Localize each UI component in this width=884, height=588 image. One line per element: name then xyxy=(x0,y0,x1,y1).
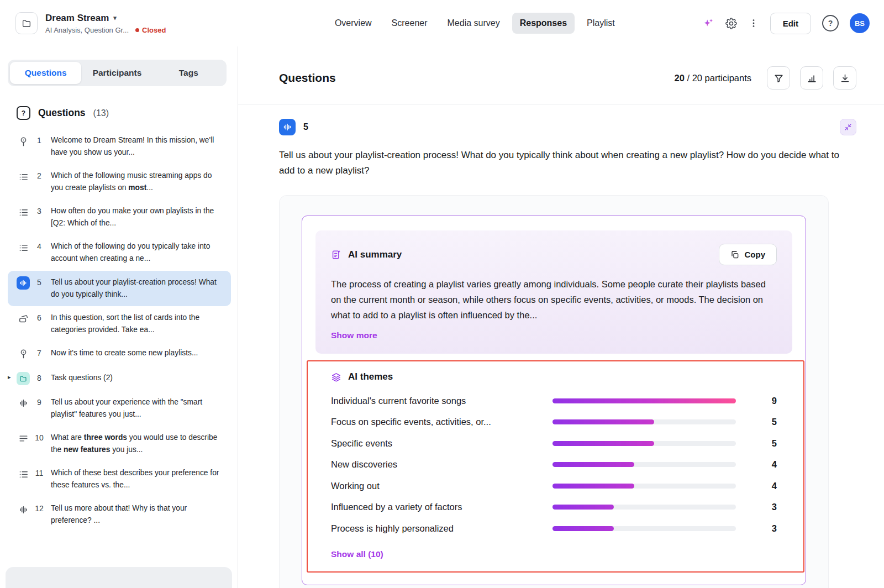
ai-summary-text: The process of creating a playlist varie… xyxy=(331,276,773,323)
question-number: 5 xyxy=(30,278,49,287)
theme-row: Individual's current favorite songs 9 xyxy=(331,390,777,412)
ai-sparkle-button[interactable] xyxy=(702,17,714,29)
question-text: Welcome to Dream Stream! In this mission… xyxy=(49,134,224,159)
nav-item-overview[interactable]: Overview xyxy=(327,13,380,34)
theme-row: Process is highly personalized 3 xyxy=(331,518,777,539)
list-icon xyxy=(17,206,30,219)
theme-row: Working out 4 xyxy=(331,475,777,497)
sparkle-icon xyxy=(702,17,714,29)
nav-item-media-survey[interactable]: Media survey xyxy=(440,13,508,34)
pin-icon xyxy=(17,348,30,361)
question-number: 11 xyxy=(30,469,49,477)
sidebar-tab-group: Questions Participants Tags xyxy=(8,60,227,86)
question-list-item-8-group[interactable]: ▸ 8 Task questions (2) xyxy=(8,366,231,391)
ai-themes-title: AI themes xyxy=(348,371,393,382)
expand-chevron-icon[interactable]: ▸ xyxy=(8,374,11,381)
questions-section-header: ? Questions (13) xyxy=(17,106,238,120)
question-number: 4 xyxy=(30,242,49,251)
download-button[interactable] xyxy=(833,66,856,90)
waveform-icon xyxy=(17,276,30,290)
waveform-icon xyxy=(17,503,30,516)
theme-row: New discoveries 4 xyxy=(331,454,777,476)
theme-bar-track xyxy=(552,419,736,424)
question-text: Which of the following do you typically … xyxy=(49,240,224,265)
question-list-item-2[interactable]: 2 Which of the following music streaming… xyxy=(8,164,231,200)
project-meta: Dream Stream ▾ AI Analysis, Question Gr.… xyxy=(45,13,166,34)
theme-row: Influenced by a variety of factors 3 xyxy=(331,497,777,518)
question-list-item-6[interactable]: 6 In this question, sort the list of car… xyxy=(8,306,231,342)
theme-bar-track xyxy=(552,526,736,531)
question-number: 7 xyxy=(30,349,49,358)
question-number: 8 xyxy=(30,374,49,382)
pin-icon xyxy=(17,135,30,148)
question-detail-text: Tell us about your playlist-creation pro… xyxy=(279,148,854,179)
question-list-item-1[interactable]: 1 Welcome to Dream Stream! In this missi… xyxy=(8,129,231,164)
question-list-item-12[interactable]: 12 Tell us more about that! Why is that … xyxy=(8,497,231,532)
settings-button[interactable] xyxy=(725,18,737,29)
theme-bar-chart: Individual's current favorite songs 9 Fo… xyxy=(331,390,777,539)
theme-bar-track xyxy=(552,462,736,467)
filter-button[interactable] xyxy=(767,66,790,90)
tab-participants[interactable]: Participants xyxy=(81,62,152,84)
question-detail: 5 Tell us about your playlist-creation p… xyxy=(238,104,884,588)
theme-value: 5 xyxy=(736,438,777,449)
main-nav: Overview Screener Media survey Responses… xyxy=(248,13,702,34)
theme-bar xyxy=(552,462,634,467)
filter-icon xyxy=(774,73,784,83)
theme-label: Process is highly personalized xyxy=(331,523,552,534)
project-switcher[interactable]: Dream Stream ▾ xyxy=(45,13,166,24)
edit-button[interactable]: Edit xyxy=(770,13,811,34)
question-list: 1 Welcome to Dream Stream! In this missi… xyxy=(0,125,238,563)
sidebar-bottom-panel xyxy=(6,567,232,588)
copy-button[interactable]: Copy xyxy=(719,244,777,265)
question-list-item-7[interactable]: 7 Now it's time to create some new playl… xyxy=(8,342,231,366)
question-mark-icon: ? xyxy=(828,19,833,28)
question-list-item-3[interactable]: 3 How often do you make your own playlis… xyxy=(8,200,231,235)
question-text: Which of the following music streaming a… xyxy=(49,170,224,194)
ai-summary-title: AI summary xyxy=(348,249,402,260)
more-menu-button[interactable] xyxy=(748,18,759,29)
question-list-item-5-selected[interactable]: 5 Tell us about your playlist-creation p… xyxy=(8,271,231,306)
main-header: Questions 20 / 20 participants xyxy=(238,46,884,104)
question-text: Tell us about your experience with the "… xyxy=(49,396,224,421)
question-text: In this question, sort the list of cards… xyxy=(49,312,224,336)
question-list-item-10[interactable]: 10 What are three words you would use to… xyxy=(8,426,231,461)
audio-question-badge xyxy=(279,119,296,135)
theme-bar-track xyxy=(552,398,736,403)
questions-section-count: (13) xyxy=(93,108,109,118)
help-button[interactable]: ? xyxy=(822,15,839,32)
theme-value: 9 xyxy=(736,396,777,406)
question-text: Tell us more about that! Why is that you… xyxy=(49,502,224,527)
list-icon xyxy=(17,170,30,183)
avatar[interactable]: BS xyxy=(850,13,870,33)
theme-label: Specific events xyxy=(331,438,552,449)
chevron-down-icon: ▾ xyxy=(113,14,117,22)
project-info: Dream Stream ▾ AI Analysis, Question Gr.… xyxy=(15,12,248,34)
show-more-link[interactable]: Show more xyxy=(331,330,377,340)
nav-item-responses[interactable]: Responses xyxy=(512,13,575,34)
ai-themes-section-highlighted: AI themes Individual's current favorite … xyxy=(307,360,804,573)
nav-item-playlist[interactable]: Playlist xyxy=(579,13,623,34)
question-list-item-9[interactable]: 9 Tell us about your experience with the… xyxy=(8,391,231,426)
question-text: Which of these best describes your prefe… xyxy=(49,467,224,491)
theme-label: New discoveries xyxy=(331,459,552,470)
gear-icon xyxy=(725,18,737,29)
tab-questions[interactable]: Questions xyxy=(10,62,81,84)
nav-item-screener[interactable]: Screener xyxy=(384,13,435,34)
question-number: 6 xyxy=(30,313,49,322)
tab-tags[interactable]: Tags xyxy=(153,62,224,84)
question-text: Tell us about your playlist-creation pro… xyxy=(49,276,224,301)
chart-view-button[interactable] xyxy=(800,66,823,90)
list-icon xyxy=(17,241,30,254)
show-all-link[interactable]: Show all (10) xyxy=(331,549,383,559)
question-square-icon: ? xyxy=(17,106,30,120)
theme-bar xyxy=(552,398,736,403)
question-list-item-11[interactable]: 11 Which of these best describes your pr… xyxy=(8,461,231,497)
question-list-item-4[interactable]: 4 Which of the following do you typicall… xyxy=(8,235,231,270)
theme-bar-track xyxy=(552,441,736,446)
text-lines-icon xyxy=(17,432,30,445)
header-actions: Edit ? BS xyxy=(702,13,870,34)
project-folder-button[interactable] xyxy=(15,12,38,34)
theme-value: 3 xyxy=(736,502,777,512)
collapse-card-button[interactable] xyxy=(840,119,856,135)
